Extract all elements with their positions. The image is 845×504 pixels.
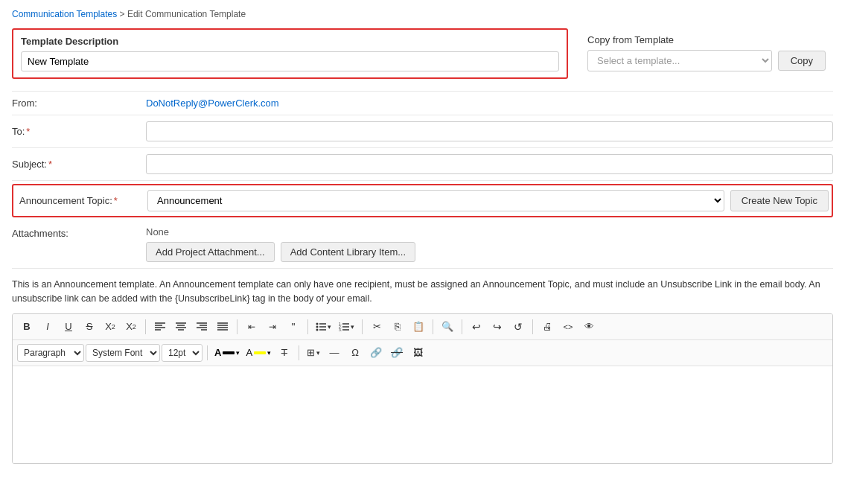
align-left-button[interactable] — [150, 317, 170, 336]
superscript-button[interactable]: X2 — [121, 317, 141, 336]
font-select[interactable]: System Font — [86, 344, 160, 362]
special-char-button[interactable]: Ω — [345, 343, 365, 363]
attachments-none: None — [146, 226, 833, 237]
breadcrumb: Communication Templates > Edit Communica… — [12, 9, 833, 19]
template-desc-input[interactable] — [21, 51, 559, 71]
toolbar-divider-5 — [433, 319, 433, 334]
template-desc-label: Template Description — [21, 36, 559, 47]
to-label: To:* — [12, 126, 146, 137]
to-input[interactable] — [146, 121, 833, 141]
reset-button[interactable]: ↺ — [508, 317, 528, 336]
editor-body[interactable] — [13, 366, 832, 463]
numbered-list-button[interactable]: 1.2.3. ▾ — [336, 317, 357, 336]
from-row: From: DoNotReply@PowerClerk.com — [12, 91, 833, 115]
announcement-topic-select[interactable]: Announcement — [147, 190, 724, 211]
italic-button[interactable]: I — [38, 317, 57, 336]
breadcrumb-link[interactable]: Communication Templates — [12, 9, 117, 19]
clear-format-button[interactable]: T̶ — [275, 343, 294, 363]
table-button[interactable]: ⊞ ▾ — [304, 343, 323, 363]
highlight-color-button[interactable]: A ▾ — [243, 343, 273, 363]
link-button[interactable]: 🔗 — [366, 343, 386, 363]
subject-label: Subject:* — [12, 159, 146, 170]
copy-from-box: Copy from Template Select a template... … — [580, 28, 833, 79]
template-description-box: Template Description — [12, 28, 568, 79]
announcement-select-wrap: Announcement Create New Topic — [147, 190, 832, 211]
subject-input[interactable] — [146, 154, 833, 174]
toolbar-row2: Paragraph System Font 12pt A ▾ A ▾ T̶ ⊞ … — [13, 340, 832, 366]
indent-decrease-button[interactable]: ⇤ — [242, 317, 261, 336]
toolbar-divider-2 — [237, 319, 237, 334]
print-button[interactable]: 🖨 — [538, 317, 557, 336]
find-button[interactable]: 🔍 — [438, 317, 457, 336]
breadcrumb-current: Edit Communication Template — [127, 9, 246, 19]
underline-button[interactable]: U — [59, 317, 78, 336]
attachments-label: Attachments: — [12, 226, 146, 239]
paragraph-select[interactable]: Paragraph — [17, 344, 84, 362]
svg-text:3.: 3. — [339, 328, 342, 332]
font-size-select[interactable]: 12pt — [162, 344, 203, 362]
copy-from-label: Copy from Template — [587, 34, 826, 45]
add-content-library-button[interactable]: Add Content Library Item... — [281, 242, 415, 262]
toolbar-row1: B I U S X2 X2 ⇤ ⇥ " ▾ 1.2.3. ▾ — [13, 314, 832, 340]
horizontal-rule-button[interactable]: — — [325, 343, 344, 363]
attachments-row: Attachments: None Add Project Attachment… — [12, 220, 833, 269]
toolbar-divider-8 — [207, 345, 208, 360]
bold-button[interactable]: B — [17, 317, 36, 336]
font-color-button[interactable]: A ▾ — [212, 343, 242, 363]
copy-from-select[interactable]: Select a template... — [587, 50, 772, 71]
bullet-list-button[interactable]: ▾ — [313, 317, 334, 336]
add-project-attachment-button[interactable]: Add Project Attachment... — [146, 242, 275, 262]
to-field — [146, 121, 833, 141]
cut-button[interactable]: ✂ — [367, 317, 386, 336]
unlink-button[interactable]: 🔗 — [387, 343, 406, 363]
align-right-button[interactable] — [192, 317, 211, 336]
attachments-content: None Add Project Attachment... Add Conte… — [146, 226, 833, 262]
breadcrumb-separator: > — [120, 9, 125, 19]
form-section: From: DoNotReply@PowerClerk.com To:* Sub… — [12, 91, 833, 181]
svg-point-18 — [316, 325, 319, 328]
indent-increase-button[interactable]: ⇥ — [263, 317, 282, 336]
create-new-topic-button[interactable]: Create New Topic — [730, 190, 829, 211]
undo-button[interactable]: ↩ — [467, 317, 486, 336]
to-row: To:* — [12, 115, 833, 148]
align-justify-button[interactable] — [213, 317, 232, 336]
strikethrough-button[interactable]: S — [80, 317, 99, 336]
announcement-label: Announcement Topic:* — [13, 195, 147, 206]
align-center-button[interactable] — [171, 317, 191, 336]
paste-button[interactable]: 📋 — [409, 317, 428, 336]
copy-icon-button[interactable]: ⎘ — [388, 317, 407, 336]
svg-point-20 — [316, 328, 319, 331]
toolbar-divider-9 — [299, 345, 299, 360]
toolbar-divider-3 — [307, 319, 308, 334]
source-code-button[interactable]: <> — [558, 317, 578, 336]
toolbar-divider-4 — [362, 319, 363, 334]
subject-row: Subject:* — [12, 148, 833, 181]
toolbar-divider-7 — [532, 319, 533, 334]
image-button[interactable]: 🖼 — [408, 343, 427, 363]
svg-point-16 — [316, 322, 319, 325]
subscript-button[interactable]: X2 — [101, 317, 120, 336]
announcement-info: This is an Announcement template. An Ann… — [12, 278, 833, 306]
blockquote-button[interactable]: " — [284, 317, 303, 336]
toolbar-divider-1 — [145, 319, 146, 334]
editor-container: B I U S X2 X2 ⇤ ⇥ " ▾ 1.2.3. ▾ — [12, 313, 833, 464]
announcement-topic-row: Announcement Topic:* Announcement Create… — [12, 184, 833, 217]
redo-button[interactable]: ↪ — [488, 317, 507, 336]
from-value: DoNotReply@PowerClerk.com — [146, 98, 833, 109]
preview-button[interactable]: 👁 — [579, 317, 599, 336]
copy-button[interactable]: Copy — [778, 51, 826, 71]
from-label: From: — [12, 98, 146, 109]
subject-field — [146, 154, 833, 174]
toolbar-divider-6 — [462, 319, 462, 334]
attachments-buttons: Add Project Attachment... Add Content Li… — [146, 242, 833, 262]
